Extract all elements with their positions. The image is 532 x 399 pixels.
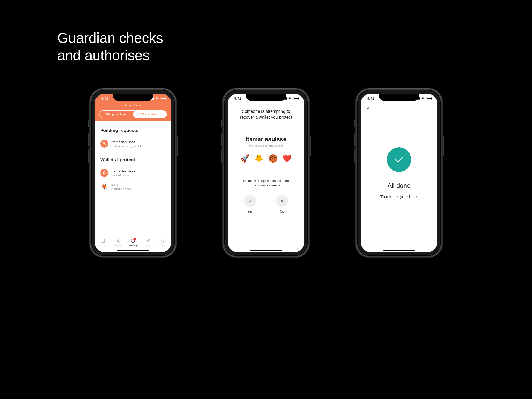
home-indicator — [383, 250, 415, 251]
wallet-ens: itamarlesuisse.argentx.eth — [234, 144, 298, 147]
no-button[interactable] — [276, 195, 288, 207]
verification-emojis: 🚀 🐥 🏀 ❤️ — [234, 154, 298, 163]
pending-request-row[interactable]: itamarlesuisse Help recover my wallet — [100, 137, 166, 150]
wallet-name: itamarlesuisse — [111, 169, 135, 173]
wallet-username: itamarlesuisse — [234, 136, 298, 143]
phone-1: 9:41 Guardians Who protects me Who I pro… — [92, 90, 174, 255]
tab-contacts[interactable]: Contacts — [141, 236, 156, 248]
success-check-circle — [387, 147, 411, 172]
tab-identity[interactable]: Identity — [110, 236, 125, 248]
emoji-4: ❤️ — [282, 154, 292, 163]
done-title: All done — [388, 182, 411, 189]
svg-point-3 — [117, 239, 119, 241]
yes-label: Yes — [247, 210, 253, 213]
x-icon — [280, 198, 284, 203]
tab-who-protects-me[interactable]: Who protects me — [99, 111, 133, 118]
battery-icon — [293, 97, 299, 100]
emoji-3: 🏀 — [268, 154, 278, 163]
wallet-sub: Locked by you — [111, 174, 135, 177]
emoji-1: 🚀 — [240, 154, 250, 163]
svg-point-0 — [103, 142, 105, 144]
check-icon — [247, 198, 253, 203]
segmented-control[interactable]: Who protects me Who I protect — [99, 110, 167, 118]
wallet-name: dale — [111, 183, 136, 187]
person-icon — [100, 169, 108, 177]
contacts-icon — [146, 238, 151, 243]
person-icon — [100, 140, 108, 148]
notch — [379, 94, 419, 101]
tab-assets[interactable]: Assets — [95, 236, 110, 248]
wifi-icon — [421, 97, 425, 100]
battery-icon — [426, 97, 432, 100]
tab-settings[interactable]: Settings — [156, 236, 171, 248]
done-subtitle: Thanks for your help! — [380, 194, 418, 199]
svg-point-4 — [147, 239, 148, 241]
section-wallets-i-protect: Wallets I protect — [100, 157, 166, 163]
wallet-row[interactable]: 🦊 dale Added 17 Apr 2018 — [100, 180, 166, 193]
svg-rect-2 — [101, 239, 104, 242]
wifi-icon — [155, 97, 159, 100]
verification-question: Do these emojis match those on the owner… — [242, 179, 290, 188]
svg-point-6 — [163, 240, 164, 242]
gear-icon — [161, 238, 166, 243]
request-sub: Help recover my wallet — [111, 144, 141, 148]
wallet-sub: Added 17 Apr 2018 — [111, 187, 136, 190]
avatar-icon: 🦊 — [100, 182, 108, 190]
heading-line-1: Guardian checks — [57, 29, 163, 47]
notch — [246, 94, 286, 101]
page-title: Guardians — [95, 103, 171, 107]
no-label: No — [280, 210, 284, 213]
battery-icon — [160, 97, 166, 100]
assets-icon — [100, 238, 105, 243]
phone-2: 9:41 Someone is attempting to recover a … — [225, 90, 307, 255]
svg-point-5 — [149, 239, 150, 241]
heading-line-2: and authorises — [57, 47, 163, 64]
status-time: 9:41 — [234, 97, 241, 101]
request-name: itamarlesuisse — [111, 140, 141, 144]
wifi-icon — [288, 97, 292, 100]
tab-security[interactable]: 1 Security — [125, 236, 140, 248]
slide-heading: Guardian checks and authorises — [57, 29, 163, 64]
wallet-row[interactable]: itamarlesuisse Locked by you — [100, 166, 166, 180]
identity-icon — [115, 238, 120, 243]
yes-button[interactable] — [244, 195, 256, 207]
tab-who-i-protect[interactable]: Who I protect — [133, 110, 167, 118]
status-time: 9:41 — [367, 97, 374, 101]
status-time: 9:41 — [101, 97, 108, 101]
home-indicator — [117, 250, 149, 251]
section-pending-requests: Pending requests — [100, 128, 166, 133]
phone-3: 9:41 All done Thanks for your help! — [358, 90, 440, 255]
svg-point-1 — [103, 172, 105, 173]
home-indicator — [250, 250, 282, 251]
check-icon — [393, 154, 405, 165]
notch — [113, 94, 153, 101]
recovery-message: Someone is attempting to recover a walle… — [236, 109, 296, 120]
notification-badge: 1 — [133, 238, 136, 241]
phone-stage: 9:41 Guardians Who protects me Who I pro… — [0, 90, 532, 255]
emoji-2: 🐥 — [254, 154, 264, 163]
